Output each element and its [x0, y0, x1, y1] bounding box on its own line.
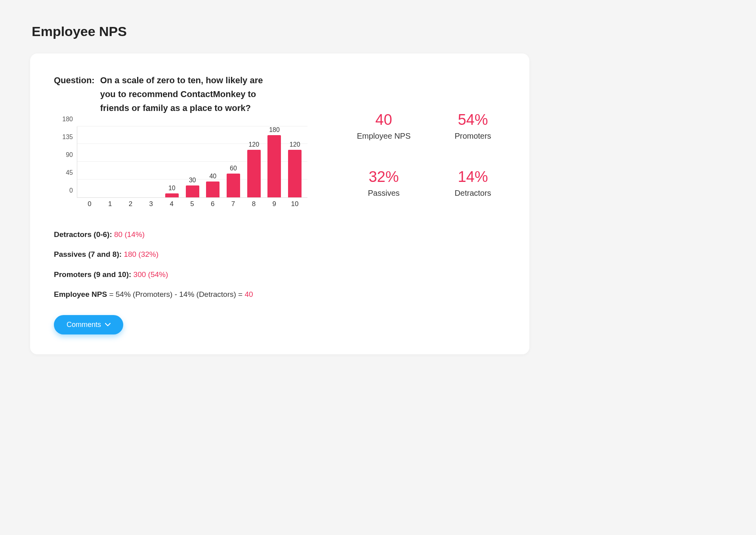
x-tick: 9	[264, 198, 284, 210]
question-row: Question: On a scale of zero to ten, how…	[54, 73, 335, 115]
chart-x-axis: 012345678910	[77, 198, 307, 210]
x-tick: 6	[202, 198, 223, 210]
chart-plot-area: 10304060120180120	[77, 126, 307, 198]
breakdown-promoters: Promoters (9 and 10): 300 (54%)	[54, 269, 335, 280]
card-right-column: 40Employee NPS54%Promoters32%Passives14%…	[335, 73, 506, 334]
stats-grid: 40Employee NPS54%Promoters32%Passives14%…	[351, 111, 506, 198]
bar-slot: 120	[244, 126, 264, 197]
bar	[206, 182, 220, 197]
chart-bars: 10304060120180120	[77, 126, 307, 197]
x-tick: 2	[120, 198, 141, 210]
bar-value-label: 120	[248, 141, 259, 148]
stat-box: 40Employee NPS	[351, 111, 416, 141]
bar-value-label: 10	[168, 185, 176, 192]
detractors-label: Detractors (0-6):	[54, 230, 114, 239]
nps-bar-chart: 04590135180 10304060120180120 0123456789…	[54, 126, 307, 210]
nps-card: Question: On a scale of zero to ten, how…	[30, 54, 529, 354]
stat-value: 32%	[351, 168, 416, 185]
comments-button-label: Comments	[67, 321, 101, 329]
stat-label: Detractors	[440, 189, 506, 198]
chart-y-axis: 04590135180	[54, 126, 77, 198]
stat-label: Employee NPS	[351, 132, 416, 141]
question-label: Question:	[54, 73, 95, 115]
x-tick: 8	[244, 198, 264, 210]
y-tick: 90	[66, 151, 73, 159]
question-text: On a scale of zero to ten, how likely ar…	[100, 73, 271, 115]
bar	[288, 150, 302, 197]
comments-button[interactable]: Comments	[54, 315, 123, 334]
bar-slot: 180	[264, 126, 285, 197]
bar	[227, 174, 240, 197]
breakdown-passives: Passives (7 and 8): 180 (32%)	[54, 249, 335, 260]
x-tick: 1	[100, 198, 120, 210]
bar-slot: 60	[223, 126, 244, 197]
x-tick: 4	[161, 198, 182, 210]
formula-result: 40	[245, 290, 253, 298]
y-tick: 135	[62, 134, 73, 141]
chevron-down-icon	[105, 322, 111, 327]
stat-box: 32%Passives	[351, 168, 416, 198]
bar-slot	[80, 126, 100, 197]
bar-value-label: 180	[269, 126, 280, 134]
bar	[267, 135, 281, 197]
bar-slot	[120, 126, 141, 197]
stat-box: 14%Detractors	[440, 168, 506, 198]
stat-box: 54%Promoters	[440, 111, 506, 141]
bar-value-label: 60	[230, 165, 237, 172]
promoters-value: 300 (54%)	[134, 270, 168, 279]
formula-lhs: Employee NPS	[54, 290, 107, 298]
x-tick: 3	[141, 198, 161, 210]
y-tick: 0	[69, 187, 73, 194]
detractors-value: 80 (14%)	[114, 230, 145, 239]
bar-slot	[141, 126, 162, 197]
bar-value-label: 40	[209, 173, 216, 180]
bar-value-label: 30	[189, 177, 196, 184]
passives-value: 180 (32%)	[124, 250, 158, 258]
bar-slot: 10	[162, 126, 182, 197]
stat-label: Passives	[351, 189, 416, 198]
bar-slot: 30	[182, 126, 203, 197]
page-title: Employee NPS	[32, 24, 529, 39]
bar	[186, 185, 199, 197]
bar-slot	[100, 126, 121, 197]
y-tick: 180	[62, 116, 73, 123]
promoters-label: Promoters (9 and 10):	[54, 270, 134, 279]
stat-value: 14%	[440, 168, 506, 185]
x-tick: 5	[182, 198, 202, 210]
nps-breakdown: Detractors (0-6): 80 (14%) Passives (7 a…	[54, 229, 335, 300]
bar	[247, 150, 261, 197]
y-tick: 45	[66, 169, 73, 176]
bar-slot: 120	[284, 126, 305, 197]
stat-label: Promoters	[440, 132, 506, 141]
page-container: Employee NPS Question: On a scale of zer…	[30, 24, 529, 354]
x-tick: 7	[223, 198, 244, 210]
bar-value-label: 120	[290, 141, 300, 148]
breakdown-detractors: Detractors (0-6): 80 (14%)	[54, 229, 335, 240]
passives-label: Passives (7 and 8):	[54, 250, 124, 258]
bar-slot: 40	[202, 126, 223, 197]
breakdown-formula: Employee NPS = 54% (Promoters) - 14% (De…	[54, 289, 335, 300]
card-left-column: Question: On a scale of zero to ten, how…	[54, 73, 335, 334]
x-tick: 10	[284, 198, 305, 210]
stat-value: 54%	[440, 111, 506, 128]
stat-value: 40	[351, 111, 416, 128]
bar	[165, 193, 179, 197]
x-tick: 0	[79, 198, 100, 210]
formula-mid: = 54% (Promoters) - 14% (Detractors) =	[107, 290, 244, 298]
